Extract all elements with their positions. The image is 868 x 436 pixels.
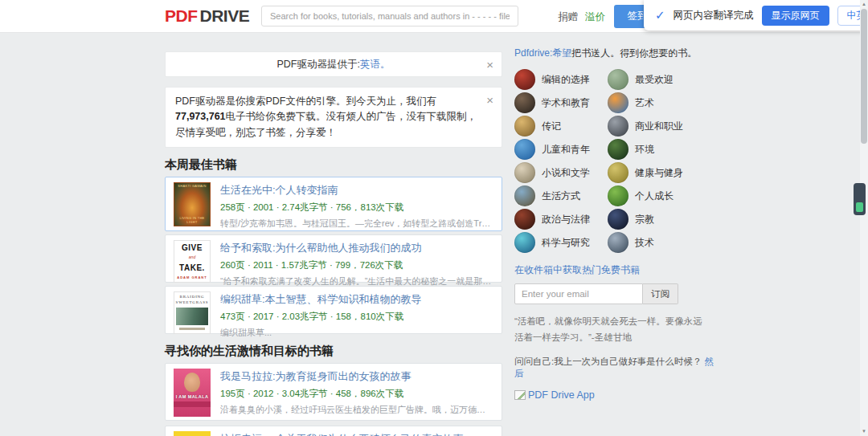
- scroll-up-icon[interactable]: ▲: [860, 0, 868, 9]
- category-label: 小说和文学: [542, 166, 590, 180]
- book-card: RESISTING HAPPINESS :) 抗拒幸福:一个关于我们为什么要破坏…: [165, 426, 502, 436]
- category-label: 技术: [635, 236, 654, 250]
- app-link-label: PDF Drive App: [528, 389, 595, 401]
- book-card: BRAIDING SWEETGRASS 编织甜草:本土智慧、科学知识和植物的教导…: [165, 286, 502, 334]
- category-label: 编辑的选择: [542, 73, 590, 87]
- newsletter-title-link[interactable]: 在收件箱中获取热门免费书籍: [514, 263, 717, 277]
- category-academic-education[interactable]: 学术和教育: [514, 92, 608, 113]
- intro-text-before: PDF驱动器是你搜索PDF文件的引擎。到今天为止，我们有: [175, 96, 436, 107]
- cover-text: SHAKTI GAWAIN: [178, 185, 206, 188]
- category-art[interactable]: 艺术: [608, 92, 717, 113]
- category-biography[interactable]: 传记: [514, 116, 608, 137]
- book-description: “给予和索取充满了改变人生的见解。”生活中最大的秘密之一就是那些赢了的人...: [220, 275, 493, 287]
- category-fiction-literature[interactable]: 小说和文学: [514, 162, 608, 183]
- translate-popup: ✓ 网页内容翻译完成 显示原网页 中英对照 关闭: [644, 0, 868, 31]
- extension-side-widget[interactable]: [854, 183, 866, 215]
- book-cover[interactable]: GIVE and TAKE. ADAM GRANT: [174, 240, 211, 283]
- close-icon[interactable]: ×: [486, 56, 493, 73]
- category-personal-growth[interactable]: 个人成长: [608, 185, 717, 206]
- language-link[interactable]: 英语。: [360, 59, 391, 70]
- category-children-youth[interactable]: 儿童和青年: [514, 139, 608, 160]
- category-religion[interactable]: 宗教: [608, 209, 717, 230]
- pdf-drive-app-link[interactable]: PDF Drive App: [514, 389, 717, 401]
- scroll-down-icon[interactable]: ▼: [860, 427, 868, 436]
- category-editors-choice[interactable]: 编辑的选择: [514, 69, 608, 90]
- book-cover[interactable]: SHAKTI GAWAIN LIVING IN THE LIGHT: [174, 182, 211, 226]
- book-card: SHAKTI GAWAIN LIVING IN THE LIGHT 生活在光中:…: [165, 177, 502, 231]
- newsletter-form: 订阅: [514, 283, 717, 304]
- category-label: 学术和教育: [542, 96, 590, 110]
- cover-author-bar: [179, 328, 206, 330]
- book-info: 编织甜草:本土智慧、科学知识和植物的教导 473页 · 2017 · 2.03兆…: [220, 291, 493, 328]
- language-notice-text: PDF驱动器提供于:英语。: [277, 58, 391, 71]
- category-science-research[interactable]: 科学与研究: [514, 232, 608, 253]
- book-title-link[interactable]: 生活在光中:个人转变指南: [220, 183, 493, 198]
- book-info: 生活在光中:个人转变指南 258页 · 2001 · 2.74兆字节 · 756…: [220, 182, 493, 226]
- book-cover[interactable]: RESISTING HAPPINESS :): [174, 431, 211, 436]
- donate-link[interactable]: 捐赠: [558, 10, 578, 24]
- science-research-icon: [514, 232, 535, 253]
- show-original-button[interactable]: 显示原网页: [762, 6, 829, 26]
- category-label: 生活方式: [542, 189, 580, 203]
- book-meta: 260页 · 2011 · 1.57兆字节 · 799，726次下载: [220, 259, 493, 271]
- check-icon: ✓: [655, 8, 665, 22]
- cover-text: LIVING IN THE LIGHT: [175, 217, 209, 224]
- category-label: 宗教: [635, 213, 654, 226]
- book-info: 抗拒幸福:一个关于我们为什么要破坏自己的真实故事 32页 · 2017 · 25…: [220, 431, 493, 436]
- politics-laws-icon: [514, 209, 535, 230]
- category-technology[interactable]: 技术: [608, 232, 717, 253]
- close-icon[interactable]: ×: [486, 92, 493, 108]
- book-info: 我是马拉拉:为教育挺身而出的女孩的故事 195页 · 2012 · 3.04兆字…: [220, 369, 493, 415]
- fiction-literature-icon: [514, 162, 535, 183]
- ask-text: 问问自己:我上一次为自己做好事是什么时候？: [514, 357, 704, 366]
- cover-photo: [176, 308, 208, 325]
- category-label: 健康与健身: [635, 166, 683, 180]
- health-fitness-icon: [608, 162, 628, 183]
- sidebar-intro-text: 把书送人。得到你想要的书。: [571, 47, 697, 59]
- lifestyle-icon: [514, 185, 535, 206]
- book-meta: 258页 · 2001 · 2.74兆字节 · 756，813次下载: [220, 202, 493, 214]
- email-input[interactable]: [514, 283, 643, 304]
- category-business-career[interactable]: 商业和职业: [608, 116, 717, 137]
- sidebar-intro: Pdfdrive:希望把书送人。得到你想要的书。: [514, 47, 717, 60]
- technology-icon: [608, 232, 628, 253]
- premium-link[interactable]: 溢价: [585, 10, 605, 24]
- category-environment[interactable]: 环境: [608, 139, 717, 160]
- category-label: 政治与法律: [542, 213, 590, 226]
- category-health-fitness[interactable]: 健康与健身: [608, 162, 717, 183]
- cover-text: I AM MALALA: [176, 394, 209, 399]
- scrollbar[interactable]: ▲ ▼: [860, 0, 868, 436]
- category-label: 科学与研究: [542, 236, 590, 250]
- search-input[interactable]: [261, 6, 518, 26]
- book-title-link[interactable]: 我是马拉拉:为教育挺身而出的女孩的故事: [220, 369, 493, 384]
- business-career-icon: [608, 116, 628, 137]
- category-politics-laws[interactable]: 政治与法律: [514, 209, 608, 230]
- category-most-popular[interactable]: 最受欢迎: [608, 69, 717, 90]
- cover-text: TAKE.: [179, 264, 205, 271]
- logo-pdf: PDF: [165, 6, 198, 25]
- language-notice: PDF驱动器提供于:英语。 ×: [165, 51, 502, 77]
- subscribe-button[interactable]: 订阅: [643, 283, 678, 304]
- pdfdrive-wish-link[interactable]: Pdfdrive:希望: [514, 47, 571, 59]
- category-label: 儿童和青年: [542, 143, 590, 157]
- extension-widget-indicator: [856, 202, 863, 212]
- cover-text: SWEETGRASS: [176, 300, 209, 305]
- category-label: 传记: [542, 120, 561, 133]
- right-sidebar: Pdfdrive:希望把书送人。得到你想要的书。 编辑的选择 最受欢迎 学术和教…: [514, 47, 717, 401]
- book-cover[interactable]: I AM MALALA: [174, 369, 211, 417]
- category-label: 环境: [635, 143, 654, 157]
- book-cover[interactable]: BRAIDING SWEETGRASS: [174, 291, 211, 334]
- scrollbar-thumb[interactable]: [861, 9, 867, 144]
- category-label: 个人成长: [635, 189, 674, 203]
- ebook-count: 77,973,761: [175, 111, 226, 122]
- category-grid: 编辑的选择 最受欢迎 学术和教育 艺术 传记 商业和职业 儿童和青年 环境: [514, 69, 717, 253]
- translate-status-text: 网页内容翻译完成: [674, 9, 754, 22]
- main-content: PDF驱动器提供于:英语。 × PDF驱动器是你搜索PDF文件的引擎。到今天为止…: [165, 51, 502, 436]
- category-lifestyle[interactable]: 生活方式: [514, 185, 608, 206]
- book-title-link[interactable]: 给予和索取:为什么帮助他人推动我们的成功: [220, 241, 493, 255]
- religion-icon: [608, 209, 628, 230]
- site-logo[interactable]: PDFDRIVE: [165, 6, 249, 26]
- book-title-link[interactable]: 编织甜草:本土智慧、科学知识和植物的教导: [220, 292, 493, 307]
- book-title-link[interactable]: 抗拒幸福:一个关于我们为什么要破坏自己的真实故事: [220, 432, 493, 436]
- cover-band: [174, 401, 211, 407]
